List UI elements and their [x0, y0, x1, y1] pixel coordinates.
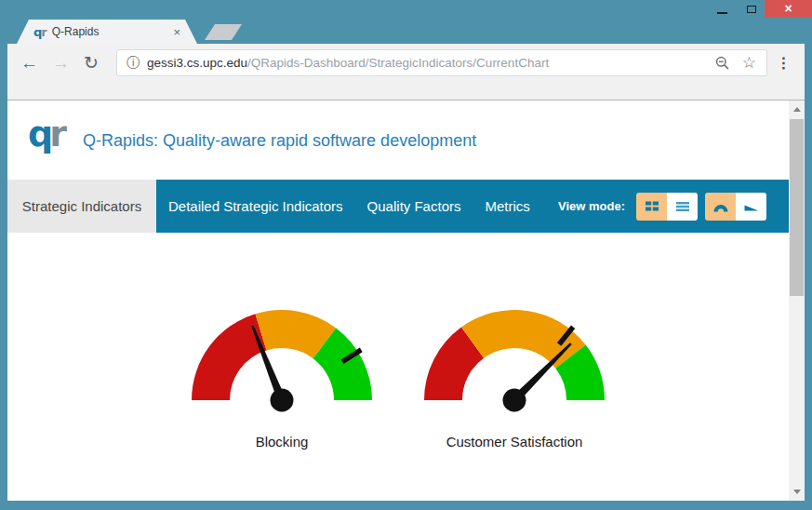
site-header: qr Q-Rapids: Quality-aware rapid softwar… [7, 101, 789, 180]
browser-menu-button[interactable]: ⋮ [772, 49, 795, 76]
minimize-button[interactable] [705, 0, 739, 18]
tab-metrics[interactable]: Metrics [473, 180, 541, 233]
scroll-up-icon [793, 103, 801, 112]
zoom-out-icon[interactable] [715, 56, 730, 71]
nav-spacer [542, 180, 558, 233]
url-domain: gessi3.cs.upc.edu [147, 56, 247, 70]
back-button[interactable]: ← [20, 49, 38, 76]
grid-view-icon [645, 199, 659, 213]
maximize-button[interactable] [739, 0, 765, 18]
gauge-view-icon [712, 200, 729, 213]
main-navigation: Strategic Indicators Detailed Strategic … [7, 180, 789, 233]
qrapids-logo: qr [28, 114, 63, 154]
gauge-chart[interactable] [412, 307, 617, 419]
list-view-icon [675, 199, 690, 213]
tab-quality-factors[interactable]: Quality Factors [355, 180, 473, 233]
scroll-down-button[interactable] [789, 485, 805, 501]
gauge-title: Blocking [180, 434, 384, 450]
tab-title: Q-Rapids [52, 25, 174, 38]
slider-view-button[interactable] [736, 193, 766, 221]
chart-mode-group-layout [705, 193, 766, 221]
list-view-button[interactable] [667, 193, 698, 221]
window-controls: × [705, 0, 812, 18]
gauge-chart[interactable] [180, 307, 384, 419]
tab-detailed-strategic-indicators[interactable]: Detailed Strategic Indicators [156, 180, 355, 233]
view-mode-label: View mode: [558, 199, 625, 213]
page-title: Q-Rapids: Quality-aware rapid software d… [83, 131, 476, 151]
browser-tab[interactable]: qr Q-Rapids × [17, 20, 197, 44]
bookmark-star-icon[interactable]: ☆ [742, 55, 756, 71]
qrapids-favicon: qr [33, 26, 47, 38]
vertical-scrollbar[interactable] [789, 101, 805, 501]
view-mode-group-layout [636, 193, 698, 221]
close-window-button[interactable]: × [765, 0, 812, 18]
refresh-button[interactable]: ↻ [84, 49, 99, 76]
slider-view-icon [743, 200, 760, 213]
url-path: /QRapids-Dashboard/StrategicIndicators/C… [247, 56, 549, 70]
tab-close-icon[interactable]: × [173, 26, 180, 38]
address-bar[interactable]: ⓘ gessi3.cs.upc.edu/QRapids-Dashboard/St… [116, 49, 767, 76]
page-content: qr Q-Rapids: Quality-aware rapid softwar… [7, 101, 805, 501]
forward-button[interactable]: → [52, 49, 70, 76]
minimize-icon [717, 12, 727, 14]
scrollbar-thumb[interactable] [790, 119, 804, 296]
url-text[interactable]: gessi3.cs.upc.edu/QRapids-Dashboard/Stra… [147, 56, 715, 70]
scroll-down-icon [793, 490, 801, 498]
grid-view-button[interactable] [636, 193, 667, 221]
gauge-title: Customer Satisfaction [412, 434, 617, 450]
close-icon: × [784, 0, 792, 18]
new-tab-button[interactable] [205, 24, 242, 40]
maximize-icon [747, 6, 756, 13]
scroll-up-button[interactable] [789, 101, 805, 116]
gauge-customer-satisfaction: Customer Satisfaction [412, 307, 617, 450]
tab-strategic-indicators[interactable]: Strategic Indicators [7, 180, 156, 233]
gauge-view-button[interactable] [705, 193, 736, 221]
page-info-icon[interactable]: ⓘ [126, 55, 140, 72]
browser-toolbar: ← → ↻ ⓘ gessi3.cs.upc.edu/QRapids-Dashbo… [7, 44, 805, 101]
gauge-blocking: Blocking [180, 307, 384, 450]
